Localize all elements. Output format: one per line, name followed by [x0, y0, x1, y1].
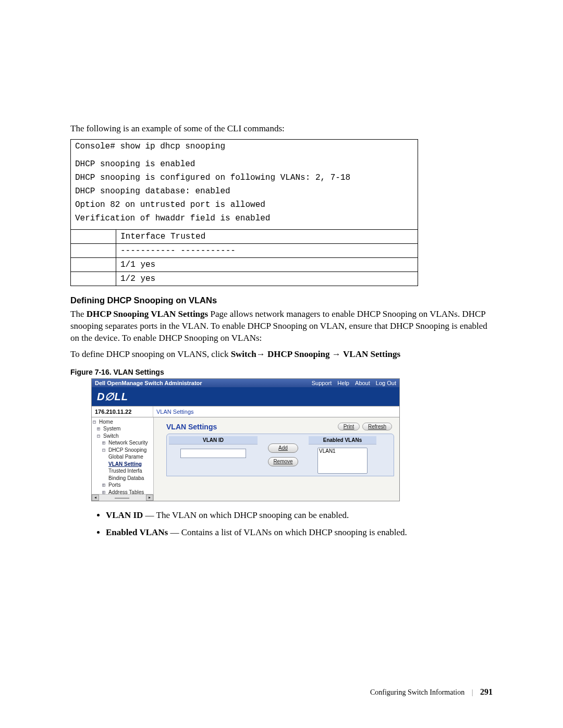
bold-term: VLAN Settings: [343, 349, 400, 359]
text: The: [70, 309, 87, 319]
bullet-list: VLAN ID — The VLAN on which DHCP snoopin…: [85, 510, 493, 539]
tree-vlan-setting[interactable]: VLAN Setting: [93, 461, 152, 468]
breadcrumb-bar: 176.210.11.22 VLAN Settings: [92, 406, 399, 417]
bold-term: Enabled VLANs: [106, 527, 168, 537]
intro-text: The following is an example of some of t…: [70, 124, 493, 134]
text: — The VLAN on which DHCP snooping can be…: [143, 510, 349, 520]
paragraph: The DHCP Snooping VLAN Settings Page all…: [70, 309, 493, 344]
cli-line: Console# show ip dhcp snooping: [71, 140, 418, 153]
app-title: Dell OpenManage Switch Administrator: [95, 380, 202, 386]
vlan-id-input[interactable]: [180, 449, 246, 458]
figure-caption: Figure 7-16. VLAN Settings: [70, 368, 493, 376]
list-item: VLAN ID — The VLAN on which DHCP snoopin…: [106, 510, 493, 522]
content-pane: VLAN Settings Print Refresh VLAN ID Add …: [154, 417, 399, 501]
cli-row: 1/2 yes: [116, 272, 418, 286]
col-vlan-id: VLAN ID: [169, 436, 258, 445]
scroll-right-icon[interactable]: ▸: [146, 495, 153, 501]
arrow-icon: →: [256, 349, 267, 359]
enabled-vlans-list[interactable]: VLAN1: [317, 448, 368, 474]
tree-ports[interactable]: ⊞ Ports: [93, 482, 152, 489]
logout-link[interactable]: Log Out: [376, 380, 396, 386]
bold-term: Switch: [231, 349, 256, 359]
cli-line: Verification of hwaddr field is enabled: [71, 212, 418, 225]
vlan-panel: VLAN ID Add Remove Enabled VLANs VLAN1: [166, 434, 394, 476]
arrow-icon: →: [332, 349, 343, 359]
titlebar-links: Support Help About Log Out: [308, 380, 396, 386]
cli-line: DHCP snooping database: enabled: [71, 184, 418, 198]
paragraph: To define DHCP snooping on VLANS, click …: [70, 349, 493, 361]
cli-line: Option 82 on untrusted port is allowed: [71, 198, 418, 212]
tree-home[interactable]: ⊟ Home: [93, 418, 152, 426]
add-button[interactable]: Add: [268, 443, 298, 453]
print-button[interactable]: Print: [338, 423, 360, 430]
brand-logo: D∅LL: [92, 387, 399, 406]
tree-trusted-interface[interactable]: Trusted Interfa: [93, 467, 152, 475]
text: To define DHCP snooping on VLANS, click: [70, 349, 231, 359]
footer-separator-icon: |: [472, 688, 473, 696]
about-link[interactable]: About: [355, 380, 370, 386]
tree-system[interactable]: ⊞ System: [93, 425, 152, 433]
page-footer: Configuring Switch Information | 291: [370, 687, 493, 697]
nav-tree[interactable]: ⊟ Home ⊞ System ⊟ Switch ⊞ Network Secur…: [92, 417, 154, 501]
col-enabled-vlans: Enabled VLANs: [309, 436, 376, 445]
scroll-left-icon[interactable]: ◂: [92, 495, 99, 501]
list-item[interactable]: VLAN1: [318, 448, 367, 455]
cli-line: DHCP snooping is enabled: [71, 157, 418, 171]
tree-switch[interactable]: ⊟ Switch: [93, 433, 152, 440]
bold-term: VLAN ID: [106, 510, 143, 520]
remove-button[interactable]: Remove: [268, 457, 298, 466]
tree-network-security[interactable]: ⊞ Network Security: [93, 439, 152, 447]
section-heading: Defining DHCP Snooping on VLANs: [70, 295, 493, 305]
page-number: 291: [480, 687, 493, 696]
refresh-button[interactable]: Refresh: [362, 423, 392, 430]
help-link[interactable]: Help: [337, 380, 349, 386]
cli-interface-table: Interface Trusted ----------- ----------…: [71, 229, 418, 286]
app-window: Dell OpenManage Switch Administrator Sup…: [91, 378, 400, 501]
cli-line: [71, 153, 418, 157]
breadcrumb: VLAN Settings: [153, 406, 197, 417]
app-titlebar: Dell OpenManage Switch Administrator Sup…: [92, 379, 399, 387]
support-link[interactable]: Support: [312, 380, 332, 386]
text: — Contains a list of VLANs on which DHCP…: [168, 527, 407, 537]
cli-output-box: Console# show ip dhcp snooping DHCP snoo…: [70, 139, 418, 286]
bold-term: DHCP Snooping: [267, 349, 332, 359]
tree-dhcp-snooping[interactable]: ⊟ DHCP Snooping: [93, 447, 152, 454]
cli-sep: ----------- -----------: [116, 244, 418, 258]
tree-binding-db[interactable]: Binding Databa: [93, 475, 152, 482]
cli-row: 1/1 yes: [116, 258, 418, 272]
device-ip: 176.210.11.22: [92, 406, 153, 417]
list-item: Enabled VLANs — Contains a list of VLANs…: [106, 527, 493, 539]
cli-line: DHCP snooping is configured on following…: [71, 171, 418, 184]
cli-line: [71, 225, 418, 229]
footer-section: Configuring Switch Information: [370, 688, 464, 696]
cli-th: Interface Trusted: [116, 230, 418, 244]
bold-term: DHCP Snooping VLAN Settings: [87, 309, 209, 319]
scroll-thumb[interactable]: [115, 498, 129, 499]
tree-scrollbar[interactable]: ◂ ▸: [92, 494, 153, 501]
tree-global-params[interactable]: Global Parame: [93, 453, 152, 461]
